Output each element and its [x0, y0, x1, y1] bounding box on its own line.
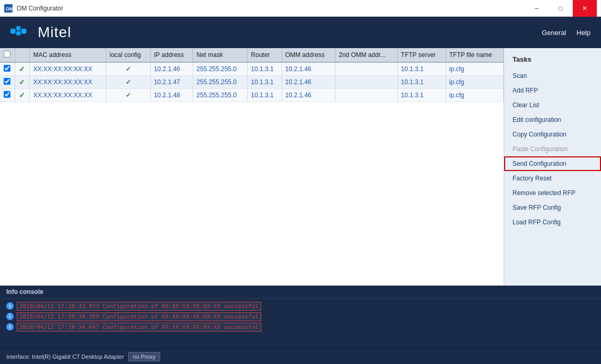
help-link[interactable]: Help: [576, 29, 591, 37]
devices-table: MAC address local config IP address Net …: [0, 48, 504, 102]
col-tftp-server: TFTP server: [397, 48, 446, 62]
svg-rect-3: [16, 26, 20, 30]
col-ip: IP address: [150, 48, 193, 62]
row-checkbox-cell[interactable]: [0, 62, 15, 76]
task-item-scan[interactable]: Scan: [504, 69, 601, 83]
col-checkbox: [0, 48, 15, 62]
row-ip: 10.2.1.46: [150, 62, 193, 76]
row-tftp-file: ip.cfg: [446, 76, 503, 89]
log-text: 2018/04/11 17:28:34.647 Configuration of…: [17, 323, 261, 332]
row-checkbox[interactable]: [4, 91, 10, 98]
title-bar-left: OM OM Configurator: [4, 4, 63, 13]
row-tftp-server: 10.1.3.1: [397, 76, 446, 89]
info-console: Info console i 2018/04/11 17:28:33.973 C…: [0, 286, 601, 348]
svg-rect-2: [10, 29, 16, 34]
row-netmask: 255.255.255.0: [193, 89, 248, 102]
row-omm2: [336, 89, 398, 102]
row-status: ✓: [15, 62, 30, 76]
info-console-body: i 2018/04/11 17:28:33.973 Configuration …: [0, 299, 601, 348]
row-tftp-server: 10.1.3.1: [397, 89, 446, 102]
task-item-factory-reset[interactable]: Factory Reset: [504, 171, 601, 186]
maximize-button[interactable]: □: [549, 0, 573, 17]
row-netmask: 255.255.255.0: [193, 62, 248, 76]
select-all-checkbox[interactable]: [4, 51, 10, 58]
task-item-save-rfp[interactable]: Save RFP Config: [504, 200, 601, 215]
row-checkbox[interactable]: [4, 65, 10, 72]
row-omm2: [336, 62, 398, 76]
col-router: Router: [248, 48, 282, 62]
proxy-badge: no Proxy: [128, 352, 160, 361]
col-local-config: local config: [106, 48, 151, 62]
row-router: 10.1.3.1: [248, 89, 282, 102]
row-checkbox-cell[interactable]: [0, 89, 15, 102]
app-title: OM Configurator: [17, 5, 63, 12]
main-area: MAC address local config IP address Net …: [0, 48, 601, 286]
row-mac: XX:XX:XX:XX:XX:XX: [30, 62, 106, 76]
row-omm: 10.2.1.46: [282, 76, 335, 89]
task-item-copy-config[interactable]: Copy Configuration: [504, 127, 601, 142]
task-item-send-config[interactable]: Send Configuration: [504, 156, 601, 171]
task-item-add-rfp[interactable]: Add RFP: [504, 83, 601, 98]
tasks-panel: Tasks ScanAdd RFPClear ListEdit configur…: [504, 48, 601, 286]
minimize-button[interactable]: –: [525, 0, 549, 17]
table-row[interactable]: ✓ XX:XX:XX:XX:XX:XX ✓ 10.2.1.46 255.255.…: [0, 62, 504, 76]
row-ip: 10.2.1.47: [150, 76, 193, 89]
table-row[interactable]: ✓ XX:XX:XX:XX:XX:XX ✓ 10.2.1.47 255.255.…: [0, 76, 504, 89]
app-header: Mitel General Help: [0, 17, 601, 48]
task-item-load-rfp[interactable]: Load RFP Config: [504, 215, 601, 230]
task-item-clear-list[interactable]: Clear List: [504, 98, 601, 112]
row-tftp-file: ip.cfg: [446, 62, 503, 76]
header-nav: General Help: [542, 29, 591, 37]
close-button[interactable]: ✕: [573, 0, 597, 17]
row-mac: XX:XX:XX:XX:XX:XX: [30, 89, 106, 102]
app-icon: OM: [4, 4, 13, 13]
mitel-logo-icon: [10, 25, 31, 40]
row-omm: 10.2.1.46: [282, 62, 335, 76]
col-netmask: Net mask: [193, 48, 248, 62]
tasks-list: ScanAdd RFPClear ListEdit configurationC…: [504, 69, 601, 230]
row-router: 10.1.3.1: [248, 76, 282, 89]
task-item-edit-config[interactable]: Edit configuration: [504, 112, 601, 127]
row-local-config: ✓: [106, 76, 151, 89]
title-bar-controls: – □ ✕: [525, 0, 597, 17]
row-tftp-file: ip.cfg: [446, 89, 503, 102]
row-local-config: ✓: [106, 89, 151, 102]
row-tftp-server: 10.1.3.1: [397, 62, 446, 76]
logo: Mitel: [10, 24, 71, 41]
row-checkbox[interactable]: [4, 78, 10, 85]
col-status: [15, 48, 30, 62]
row-router: 10.1.3.1: [248, 62, 282, 76]
log-entry: i 2018/04/11 17:28:34.289 Configuration …: [6, 312, 595, 321]
log-icon: i: [6, 323, 14, 331]
row-netmask: 255.255.255.0: [193, 76, 248, 89]
row-status: ✓: [15, 76, 30, 89]
col-omm: OMM address: [282, 48, 335, 62]
table-area: MAC address local config IP address Net …: [0, 48, 504, 286]
svg-rect-4: [16, 31, 20, 36]
log-text: 2018/04/11 17:28:34.289 Configuration of…: [17, 312, 261, 321]
table-header-row: MAC address local config IP address Net …: [0, 48, 504, 62]
col-mac: MAC address: [30, 48, 106, 62]
status-bar: Interface: Intel(R) Gigabit CT Desktop A…: [0, 348, 601, 364]
row-ip: 10.2.1.48: [150, 89, 193, 102]
task-item-remove-rfp[interactable]: Remove selected RFP: [504, 186, 601, 200]
info-console-header: Info console: [0, 286, 601, 299]
table-row[interactable]: ✓ XX:XX:XX:XX:XX:XX ✓ 10.2.1.48 255.255.…: [0, 89, 504, 102]
logo-text: Mitel: [38, 24, 71, 41]
col-tftp-file: TFTP file name: [446, 48, 503, 62]
svg-rect-5: [21, 29, 27, 34]
row-omm: 10.2.1.46: [282, 89, 335, 102]
tasks-title: Tasks: [504, 52, 601, 69]
row-omm2: [336, 76, 398, 89]
title-bar: OM OM Configurator – □ ✕: [0, 0, 601, 17]
log-entry: i 2018/04/11 17:28:33.973 Configuration …: [6, 302, 595, 311]
col-omm2: 2nd OMM addr...: [336, 48, 398, 62]
general-link[interactable]: General: [542, 29, 566, 37]
svg-text:OM: OM: [6, 6, 13, 12]
task-item-paste-config: Paste Configuration: [504, 142, 601, 156]
log-entry: i 2018/04/11 17:28:34.647 Configuration …: [6, 323, 595, 332]
table-body: ✓ XX:XX:XX:XX:XX:XX ✓ 10.2.1.46 255.255.…: [0, 62, 504, 102]
log-icon: i: [6, 313, 14, 320]
row-local-config: ✓: [106, 62, 151, 76]
row-checkbox-cell[interactable]: [0, 76, 15, 89]
